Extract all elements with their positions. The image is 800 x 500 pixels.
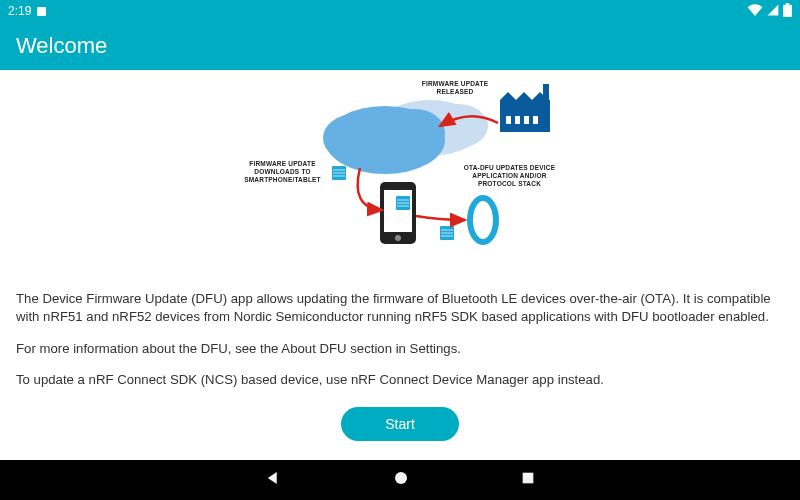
svg-rect-13: [533, 116, 538, 124]
svg-point-17: [470, 198, 496, 242]
start-button[interactable]: Start: [341, 407, 459, 441]
app-bar: Welcome: [0, 22, 800, 70]
dfu-diagram: FIRMWARE UPDATE RELEASED FIRMWARE UPDATE…: [200, 78, 600, 258]
svg-rect-31: [523, 473, 534, 484]
svg-point-6: [385, 109, 445, 157]
welcome-paragraph-1: The Device Firmware Update (DFU) app all…: [16, 290, 784, 326]
svg-rect-10: [506, 116, 511, 124]
welcome-body: The Device Firmware Update (DFU) app all…: [0, 278, 800, 403]
diagram-label-ota: OTA-DFU UPDATES DEVICE APPLICATION AND/O…: [462, 164, 557, 187]
start-row: Start: [0, 403, 800, 451]
signal-icon: [767, 4, 779, 19]
diagram-label-released: FIRMWARE UPDATE RELEASED: [410, 80, 500, 96]
svg-rect-0: [783, 4, 792, 16]
welcome-paragraph-3: To update a nRF Connect SDK (NCS) based …: [16, 371, 784, 389]
welcome-paragraph-2: For more information about the DFU, see …: [16, 340, 784, 358]
svg-point-16: [395, 235, 401, 241]
svg-point-5: [323, 114, 387, 162]
status-bar: 2:19: [0, 0, 800, 22]
battery-icon: [783, 3, 792, 20]
nav-back-icon[interactable]: [264, 469, 282, 491]
status-time: 2:19: [8, 4, 31, 18]
status-left: 2:19: [8, 4, 46, 18]
svg-rect-12: [524, 116, 529, 124]
page-title: Welcome: [16, 33, 107, 59]
wifi-icon: [747, 4, 763, 19]
svg-point-30: [395, 472, 407, 484]
diagram-label-download: FIRMWARE UPDATE DOWNLOADS TO SMARTPHONE/…: [240, 160, 325, 183]
svg-rect-11: [515, 116, 520, 124]
status-right: [747, 3, 792, 20]
content-area: FIRMWARE UPDATE RELEASED FIRMWARE UPDATE…: [0, 70, 800, 460]
svg-rect-9: [543, 84, 549, 100]
diagram-card: FIRMWARE UPDATE RELEASED FIRMWARE UPDATE…: [14, 70, 786, 270]
svg-rect-8: [500, 100, 550, 108]
nav-home-icon[interactable]: [392, 469, 410, 491]
nav-recent-icon[interactable]: [520, 470, 536, 490]
svg-rect-1: [786, 3, 790, 5]
app-indicator-icon: [37, 7, 46, 16]
navigation-bar: [0, 460, 800, 500]
